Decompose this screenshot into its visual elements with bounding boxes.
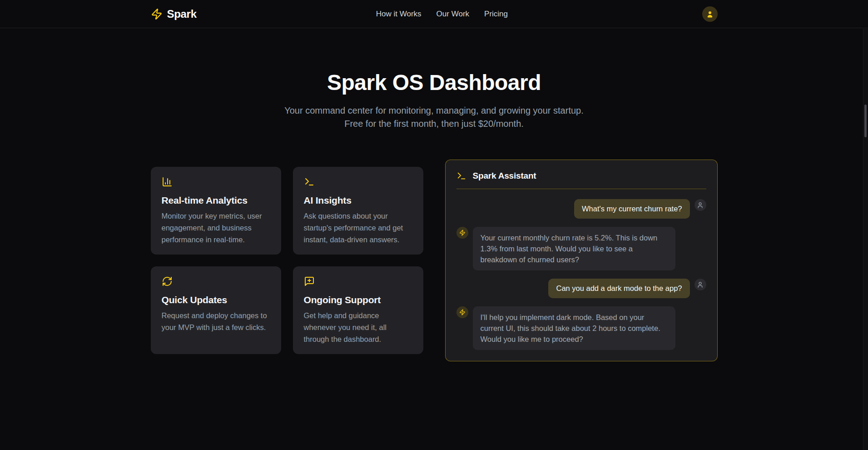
terminal-icon	[456, 171, 466, 181]
feature-card-quick-updates: Quick Updates Request and deploy changes…	[151, 266, 281, 354]
feature-description: Request and deploy changes to your MVP w…	[162, 310, 270, 333]
feature-description: Monitor your key metrics, user engagemen…	[162, 210, 270, 245]
page-subtitle: Your command center for monitoring, mana…	[279, 104, 590, 130]
zap-icon	[456, 306, 468, 318]
chat-message-user: Can you add a dark mode to the app?	[456, 279, 706, 298]
brand-name: Spark	[167, 8, 197, 20]
feature-card-grid: Real-time Analytics Monitor your key met…	[151, 167, 423, 354]
zap-icon	[456, 227, 468, 239]
brand-logo[interactable]: Spark	[151, 8, 197, 20]
assistant-message-bubble: I'll help you implement dark mode. Based…	[473, 306, 675, 350]
feature-description: Get help and guidance whenever you need …	[304, 310, 412, 345]
chat-message-list: What's my current churn rate? Your curre…	[456, 199, 706, 350]
nav-link-our-work[interactable]: Our Work	[436, 10, 469, 19]
top-nav-bar: Spark How it Works Our Work Pricing	[0, 0, 868, 28]
terminal-icon	[304, 176, 412, 187]
page-title: Spark OS Dashboard	[0, 70, 868, 95]
spark-assistant-panel: Spark Assistant What's my current churn …	[445, 160, 718, 361]
feature-card-realtime-analytics: Real-time Analytics Monitor your key met…	[151, 167, 281, 255]
feature-card-ai-insights: AI Insights Ask questions about your sta…	[293, 167, 423, 255]
user-message-bubble: Can you add a dark mode to the app?	[548, 279, 689, 298]
nav-link-how-it-works[interactable]: How it Works	[376, 10, 422, 19]
assistant-message-bubble: Your current monthly churn rate is 5.2%.…	[473, 227, 675, 270]
hero-section: Spark OS Dashboard Your command center f…	[0, 70, 868, 130]
feature-title: Quick Updates	[162, 295, 270, 305]
user-icon	[706, 10, 714, 18]
feature-card-ongoing-support: Ongoing Support Get help and guidance wh…	[293, 266, 423, 354]
feature-description: Ask questions about your startup's perfo…	[304, 210, 412, 245]
zap-icon	[151, 8, 163, 20]
nav-link-pricing[interactable]: Pricing	[484, 10, 508, 19]
page-scrollbar-track	[863, 29, 868, 450]
page-scrollbar-thumb[interactable]	[864, 105, 867, 137]
main-content: Real-time Analytics Monitor your key met…	[151, 160, 718, 361]
assistant-title: Spark Assistant	[473, 171, 536, 181]
refresh-icon	[162, 276, 270, 287]
user-avatar	[694, 199, 706, 211]
feature-title: Ongoing Support	[304, 295, 412, 305]
chat-message-assistant: Your current monthly churn rate is 5.2%.…	[456, 227, 706, 270]
feature-title: AI Insights	[304, 195, 412, 206]
chat-message-user: What's my current churn rate?	[456, 199, 706, 219]
main-nav: How it Works Our Work Pricing	[376, 10, 508, 19]
user-avatar	[694, 279, 706, 290]
message-square-plus-icon	[304, 276, 412, 287]
feature-title: Real-time Analytics	[162, 195, 270, 206]
assistant-header: Spark Assistant	[456, 171, 706, 189]
account-avatar-button[interactable]	[702, 6, 718, 22]
bar-chart-icon	[162, 176, 270, 187]
user-message-bubble: What's my current churn rate?	[574, 199, 689, 219]
chat-message-assistant: I'll help you implement dark mode. Based…	[456, 306, 706, 350]
